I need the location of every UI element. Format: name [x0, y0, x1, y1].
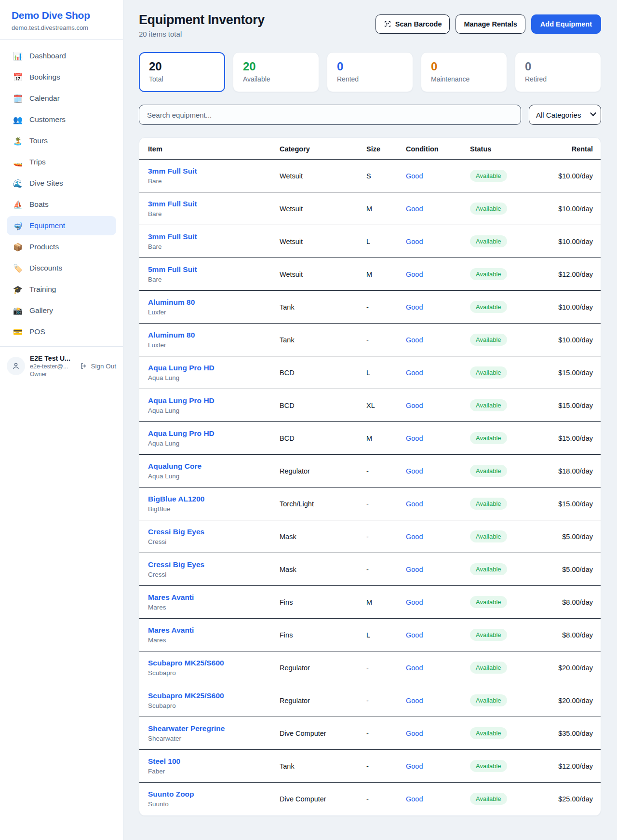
stat-card-maintenance[interactable]: 0 Maintenance	[421, 52, 507, 92]
scan-barcode-button[interactable]: Scan Barcode	[376, 14, 450, 34]
brand-name[interactable]: Demo Dive Shop	[12, 10, 111, 21]
item-condition-link[interactable]: Good	[406, 434, 423, 442]
stat-value: 20	[149, 60, 215, 73]
item-rental-rate: $10.00/day	[540, 160, 601, 192]
item-name-link[interactable]: 3mm Full Suit	[148, 232, 264, 241]
item-name-link[interactable]: Shearwater Peregrine	[148, 724, 264, 733]
item-condition-link[interactable]: Good	[406, 336, 423, 344]
stat-card-rented[interactable]: 0 Rented	[327, 52, 413, 92]
item-name-link[interactable]: Steel 100	[148, 757, 264, 766]
sidebar-item-calendar[interactable]: 🗓️ Calendar	[7, 89, 116, 108]
item-category: Wetsuit	[272, 192, 359, 225]
table-row: Cressi Big Eyes Cressi Mask - Good Avail…	[139, 553, 601, 586]
item-category: Dive Computer	[272, 783, 359, 815]
sign-out-button[interactable]: Sign Out	[80, 362, 116, 370]
item-condition-link[interactable]: Good	[406, 566, 423, 573]
item-rental-rate: $35.00/day	[540, 717, 601, 750]
sidebar-item-trips[interactable]: 🚤 Trips	[7, 152, 116, 172]
item-name-link[interactable]: Cressi Big Eyes	[148, 528, 264, 536]
item-condition-link[interactable]: Good	[406, 631, 423, 639]
item-category: Fins	[272, 619, 359, 651]
item-size: -	[359, 455, 398, 488]
page-title: Equipment Inventory	[139, 13, 265, 27]
items-total-count: 20 items total	[139, 30, 265, 38]
item-category: Torch/Light	[272, 488, 359, 520]
item-name-link[interactable]: 3mm Full Suit	[148, 200, 264, 208]
item-brand: Scubapro	[148, 669, 264, 677]
sidebar-item-equipment[interactable]: 🤿 Equipment	[7, 216, 116, 235]
item-name-link[interactable]: 3mm Full Suit	[148, 167, 264, 176]
item-name-link[interactable]: Mares Avanti	[148, 626, 264, 635]
item-name-link[interactable]: 5mm Full Suit	[148, 265, 264, 274]
sidebar-item-customers[interactable]: 👥 Customers	[7, 110, 116, 129]
item-condition-link[interactable]: Good	[406, 369, 423, 377]
item-condition-link[interactable]: Good	[406, 598, 423, 606]
sidebar-item-label: Calendar	[29, 94, 60, 103]
dive-sites-icon: 🌊	[13, 179, 23, 188]
item-condition-link[interactable]: Good	[406, 172, 423, 180]
item-condition-link[interactable]: Good	[406, 697, 423, 705]
column-header-condition: Condition	[398, 138, 462, 160]
sidebar-item-tours[interactable]: 🏝️ Tours	[7, 131, 116, 150]
item-name-link[interactable]: Aluminum 80	[148, 298, 264, 307]
item-condition-link[interactable]: Good	[406, 533, 423, 541]
table-row: Steel 100 Faber Tank - Good Available $1…	[139, 750, 601, 783]
sidebar-item-bookings[interactable]: 📅 Bookings	[7, 68, 116, 87]
item-rental-rate: $10.00/day	[540, 324, 601, 356]
sidebar-item-label: Equipment	[29, 221, 65, 230]
item-condition-link[interactable]: Good	[406, 271, 423, 278]
equipment-icon: 🤿	[13, 221, 23, 230]
sidebar-item-dashboard[interactable]: 📊 Dashboard	[7, 46, 116, 66]
sidebar-item-discounts[interactable]: 🏷️ Discounts	[7, 258, 116, 278]
item-condition-link[interactable]: Good	[406, 500, 423, 508]
item-category: Wetsuit	[272, 225, 359, 258]
item-name-link[interactable]: Scubapro MK25/S600	[148, 659, 264, 667]
item-name-link[interactable]: Scubapro MK25/S600	[148, 691, 264, 700]
item-rental-rate: $10.00/day	[540, 225, 601, 258]
gallery-icon: 📸	[13, 306, 23, 315]
item-condition-link[interactable]: Good	[406, 205, 423, 213]
sidebar-item-training[interactable]: 🎓 Training	[7, 280, 116, 299]
item-condition-link[interactable]: Good	[406, 238, 423, 245]
sidebar-item-label: Trips	[29, 158, 46, 166]
item-name-link[interactable]: Aqua Lung Pro HD	[148, 364, 264, 372]
item-condition-link[interactable]: Good	[406, 467, 423, 475]
status-badge: Available	[470, 170, 507, 182]
item-condition-link[interactable]: Good	[406, 795, 423, 803]
sidebar-item-products[interactable]: 📦 Products	[7, 237, 116, 257]
item-name-link[interactable]: Suunto Zoop	[148, 790, 264, 799]
manage-rentals-button[interactable]: Manage Rentals	[456, 14, 525, 34]
sidebar-item-dive-sites[interactable]: 🌊 Dive Sites	[7, 174, 116, 193]
status-badge: Available	[470, 366, 507, 379]
add-equipment-button[interactable]: Add Equipment	[531, 14, 601, 34]
sidebar-item-boats[interactable]: ⛵ Boats	[7, 195, 116, 214]
item-condition-link[interactable]: Good	[406, 664, 423, 672]
stat-card-total[interactable]: 20 Total	[139, 52, 225, 92]
item-name-link[interactable]: Aqualung Core	[148, 462, 264, 471]
stat-card-retired[interactable]: 0 Retired	[515, 52, 601, 92]
item-condition-link[interactable]: Good	[406, 402, 423, 409]
item-name-link[interactable]: Aluminum 80	[148, 331, 264, 339]
item-condition-link[interactable]: Good	[406, 730, 423, 737]
item-brand: Aqua Lung	[148, 440, 264, 447]
manage-rentals-label: Manage Rentals	[464, 20, 517, 28]
sidebar-item-pos[interactable]: 💳 POS	[7, 322, 116, 341]
item-name-link[interactable]: Cressi Big Eyes	[148, 560, 264, 569]
stat-card-available[interactable]: 20 Available	[233, 52, 319, 92]
item-name-link[interactable]: Aqua Lung Pro HD	[148, 429, 264, 438]
item-condition-link[interactable]: Good	[406, 762, 423, 770]
category-filter-select[interactable]: All Categories	[529, 105, 601, 125]
item-name-link[interactable]: Aqua Lung Pro HD	[148, 396, 264, 405]
status-badge: Available	[470, 498, 507, 510]
search-input[interactable]	[139, 105, 521, 125]
item-brand: Scubapro	[148, 702, 264, 709]
sidebar-item-label: Gallery	[29, 306, 53, 315]
user-name: E2E Test U...	[30, 354, 75, 362]
dashboard-icon: 📊	[13, 52, 23, 61]
item-condition-link[interactable]: Good	[406, 303, 423, 311]
products-icon: 📦	[13, 243, 23, 252]
item-brand: Cressi	[148, 571, 264, 578]
sidebar-item-gallery[interactable]: 📸 Gallery	[7, 301, 116, 320]
item-name-link[interactable]: Mares Avanti	[148, 593, 264, 602]
item-name-link[interactable]: BigBlue AL1200	[148, 495, 264, 503]
